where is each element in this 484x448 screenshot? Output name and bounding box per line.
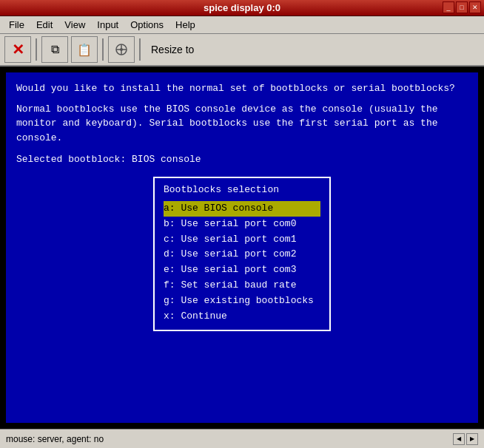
dialog-item-x[interactable]: x: Continue xyxy=(164,309,320,325)
menu-view[interactable]: View xyxy=(58,18,91,32)
menu-edit[interactable]: Edit xyxy=(30,18,58,32)
menu-help[interactable]: Help xyxy=(169,18,201,32)
dialog-title: Bootblocks selection xyxy=(164,184,320,195)
dialog-item-d[interactable]: d: Use serial port com2 xyxy=(164,247,320,262)
menu-options[interactable]: Options xyxy=(124,18,169,32)
mouse-mode-button[interactable] xyxy=(108,36,135,63)
toolbar: ✕ ⧉ 📋 Resize to xyxy=(0,34,484,67)
menu-file[interactable]: File xyxy=(3,18,30,32)
dialog-item-a[interactable]: a: Use BIOS console xyxy=(164,201,320,217)
copy-icon: ⧉ xyxy=(51,43,59,56)
mouse-icon xyxy=(113,41,130,58)
disconnect-button[interactable]: ✕ xyxy=(4,36,31,63)
toolbar-separator-1 xyxy=(36,38,37,61)
maximize-btn[interactable]: □ xyxy=(456,1,468,13)
selected-bootblock: Selected bootblock: BIOS console xyxy=(16,154,468,165)
dialog-item-e[interactable]: e: Use serial port com3 xyxy=(164,262,320,278)
dialog-item-b[interactable]: b: Use serial port com0 xyxy=(164,217,320,232)
copy-button[interactable]: ⧉ xyxy=(41,36,68,63)
title-bar: spice display 0:0 _ □ ✕ xyxy=(0,0,484,16)
description-line4: console. xyxy=(16,131,468,146)
bootblocks-dialog: Bootblocks selection a: Use BIOS console… xyxy=(153,177,331,331)
display-area: Would you like to install the normal set… xyxy=(0,67,484,429)
scroll-right-btn[interactable]: ▶ xyxy=(466,433,478,445)
close-icon: ✕ xyxy=(12,41,24,58)
dialog-item-f[interactable]: f: Set serial baud rate xyxy=(164,278,320,293)
close-window-btn[interactable]: ✕ xyxy=(469,1,481,13)
title-bar-controls[interactable]: _ □ ✕ xyxy=(443,1,481,13)
menu-input[interactable]: Input xyxy=(91,18,124,32)
description-block: Normal bootblocks use the BIOS console d… xyxy=(16,102,468,146)
resize-to-label: Resize to xyxy=(145,44,200,55)
paste-icon: 📋 xyxy=(77,43,92,57)
title-bar-text: spice display 0:0 xyxy=(204,2,280,13)
vm-screen[interactable]: Would you like to install the normal set… xyxy=(6,72,478,423)
description-line2: Normal bootblocks use the BIOS console d… xyxy=(16,102,468,117)
dialog-item-c[interactable]: c: Use serial port com1 xyxy=(164,232,320,248)
scroll-left-btn[interactable]: ◀ xyxy=(453,433,465,445)
description-line3: monitor and keyboard). Serial bootblocks… xyxy=(16,116,468,131)
status-bar: mouse: server, agent: no ◀ ▶ xyxy=(0,429,484,448)
status-text: mouse: server, agent: no xyxy=(6,434,453,444)
scrollbar-controls[interactable]: ◀ ▶ xyxy=(453,433,478,445)
svg-point-3 xyxy=(120,48,123,51)
description-line1: Would you like to install the normal set… xyxy=(16,81,468,96)
menu-bar: File Edit View Input Options Help xyxy=(0,16,484,34)
paste-button[interactable]: 📋 xyxy=(71,36,98,63)
dialog-item-g[interactable]: g: Use existing bootblocks xyxy=(164,293,320,309)
minimize-btn[interactable]: _ xyxy=(443,1,454,13)
toolbar-separator-2 xyxy=(102,38,104,61)
toolbar-separator-3 xyxy=(139,38,141,61)
